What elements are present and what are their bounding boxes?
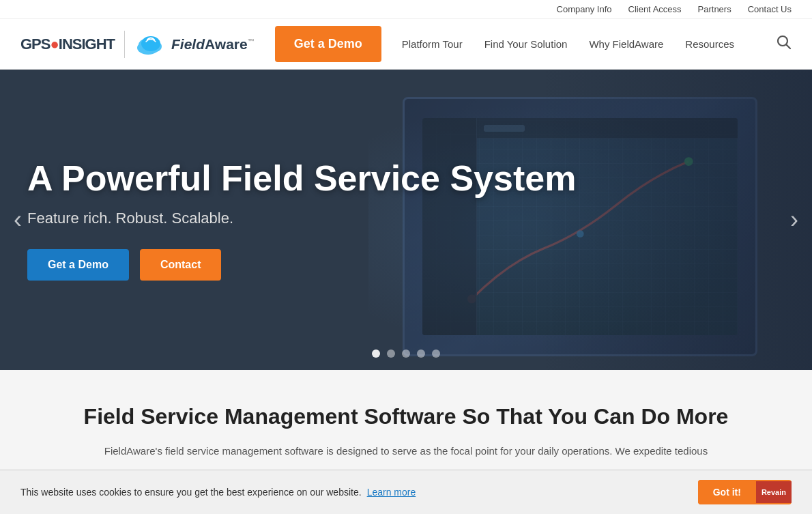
hero-title: A Powerful Field Service System: [27, 159, 576, 198]
hero-subtitle: Feature rich. Robust. Scalable.: [27, 210, 576, 227]
main-nav: GPS●INSIGHT FieldAware™ Get a Demo Platf…: [0, 19, 812, 70]
hero-dot-5[interactable]: [432, 349, 440, 358]
hero-dot-4[interactable]: [417, 349, 425, 358]
nav-platform-tour[interactable]: Platform Tour: [402, 38, 463, 50]
hero-dot-3[interactable]: [402, 349, 410, 358]
hero-contact-button[interactable]: Contact: [140, 249, 222, 281]
hero-dot-2[interactable]: [387, 349, 395, 358]
get-demo-nav-button[interactable]: Get a Demo: [275, 26, 381, 62]
hero-section: A Powerful Field Service System Feature …: [0, 70, 812, 370]
section-body: FieldAware's field service management so…: [99, 443, 713, 459]
fieldaware-logo[interactable]: FieldAware™: [134, 31, 255, 57]
hero-dot-1[interactable]: [372, 349, 380, 358]
cookie-bar: This website uses cookies to ensure you …: [0, 470, 812, 480]
hero-demo-button[interactable]: Get a Demo: [27, 249, 129, 281]
hero-buttons: Get a Demo Contact: [27, 249, 576, 281]
nav-links: Platform Tour Find Your Solution Why Fie…: [402, 38, 777, 50]
top-bar-company-info[interactable]: Company Info: [557, 4, 612, 14]
main-section: Field Service Management Software So Tha…: [0, 370, 812, 480]
search-icon: [777, 35, 792, 50]
gps-insight-logo[interactable]: GPS●INSIGHT: [20, 35, 115, 53]
top-bar-partners[interactable]: Partners: [698, 4, 731, 14]
hero-dots: [372, 349, 440, 358]
hero-next-button[interactable]: ›: [790, 205, 798, 234]
nav-resources[interactable]: Resources: [685, 38, 734, 50]
hero-content: A Powerful Field Service System Feature …: [0, 159, 603, 280]
nav-find-solution[interactable]: Find Your Solution: [484, 38, 568, 50]
top-bar-client-access[interactable]: Client Access: [628, 4, 682, 14]
top-bar: Company Info Client Access Partners Cont…: [0, 0, 812, 19]
cloud-icon: [134, 31, 167, 57]
section-title: Field Service Management Software So Tha…: [27, 404, 785, 429]
fieldaware-text: FieldAware™: [171, 36, 255, 53]
nav-why-fieldaware[interactable]: Why FieldAware: [589, 38, 663, 50]
logo-area: GPS●INSIGHT FieldAware™: [20, 31, 255, 58]
hero-prev-button[interactable]: ‹: [14, 205, 22, 234]
logo-divider: [124, 31, 125, 58]
top-bar-contact-us[interactable]: Contact Us: [748, 4, 792, 14]
search-button[interactable]: [777, 35, 792, 53]
svg-line-5: [787, 45, 791, 49]
